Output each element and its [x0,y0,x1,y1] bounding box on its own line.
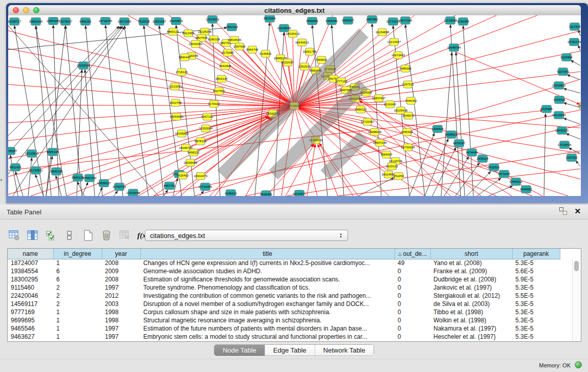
table-cell[interactable]: 2003 [102,300,140,308]
table-cell[interactable]: Disruption of a novel member of a sodium… [140,300,395,308]
table-cell[interactable]: Investigating the contribution of common… [140,292,395,300]
table-cell[interactable]: 5.3E-5 [512,333,560,341]
table-cell[interactable]: 0 [395,300,430,308]
table-cell[interactable]: 0 [395,283,430,292]
table-scrollbar-thumb[interactable] [574,261,579,271]
table-cell[interactable]: 5.3E-5 [512,259,560,267]
table-cell[interactable]: 2 [53,292,102,300]
table-cell[interactable]: 0 [395,267,430,275]
table-cell[interactable]: 9465546 [8,324,53,333]
tab-network-table[interactable]: Network Table [315,345,374,356]
close-button[interactable] [13,7,19,13]
table-cell[interactable]: 18724007 [8,259,53,267]
table-cell[interactable]: 0 [395,324,430,333]
tab-node-table[interactable]: Node Table [214,345,265,356]
table-cell[interactable]: 0 [395,316,430,324]
table-cell[interactable]: Tourette syndrome. Phenomenology and cla… [140,283,395,292]
table-cell[interactable]: 5.3E-5 [512,300,560,308]
tab-edge-table[interactable]: Edge Table [265,345,315,356]
table-cell[interactable]: 1 [53,333,102,341]
table-cell[interactable]: 18300295 [8,275,53,283]
table-mode-icon[interactable] [7,229,21,242]
table-cell[interactable]: 2 [53,300,102,308]
table-cell[interactable]: 5.9E-5 [512,275,560,283]
delete-column-icon[interactable] [99,229,113,242]
column-header-pagerank[interactable]: pagerank [512,249,560,259]
column-header-out_de[interactable]: △out_de... [395,249,430,259]
table-cell[interactable]: Genome-wide association studies in ADHD. [140,267,395,275]
table-cell[interactable]: Yano et al. (2008) [430,259,512,267]
table-cell[interactable]: Tibbo et al. (1998) [430,308,512,316]
table-cell[interactable]: 5.6E-5 [512,267,560,275]
table-row[interactable]: 946362711997Embryonic stem cells: a mode… [8,333,560,341]
table-cell[interactable]: Nakamura et al. (1997) [430,324,512,333]
table-cell[interactable]: 9699695 [8,316,53,324]
column-header-title[interactable]: title [140,249,395,259]
minimize-button[interactable] [23,7,29,13]
table-cell[interactable]: 2012 [102,292,140,300]
table-cell[interactable]: 22420046 [8,292,53,300]
table-cell[interactable]: 1997 [102,283,140,292]
table-row[interactable]: 1872400712008Changes of HCN gene express… [8,259,560,267]
table-cell[interactable]: 1997 [102,333,140,341]
table-cell[interactable]: Estimation of the future numbers of pati… [140,324,395,333]
table-row[interactable]: 977716911998Corpus callosum shape and si… [8,308,560,316]
table-cell[interactable]: 6 [53,267,102,275]
table-cell[interactable]: Changes of HCN gene expression and I(f) … [140,259,395,267]
window-resize-grip[interactable] [0,7,573,188]
float-panel-icon[interactable] [559,207,567,215]
table-cell[interactable]: Stergiakouli et al. (2012) [430,292,512,300]
table-cell[interactable]: 14569117 [8,300,53,308]
column-header-in_degree[interactable]: in_degree [53,249,102,259]
table-cell[interactable]: 1997 [102,324,140,333]
table-cell[interactable]: Franke et al. (2009) [430,267,512,275]
table-cell[interactable]: 0 [395,308,430,316]
table-cell[interactable]: 5.3E-5 [512,316,560,324]
black-edge[interactable] [578,45,580,51]
zoom-button[interactable] [33,7,39,13]
table-cell[interactable]: 49 [395,259,430,267]
table-row[interactable]: 2242004622012Investigating the contribut… [8,292,560,300]
panel-collapse-arrow[interactable]: ▸ [1,177,3,182]
black-edge[interactable] [164,190,168,196]
table-cell[interactable]: Hescheler et al. (1997) [430,333,512,341]
table-row[interactable]: 946554611997Estimation of the future num… [8,324,560,333]
table-scrollbar[interactable] [572,259,580,341]
memory-status-indicator[interactable] [575,361,582,368]
table-cell[interactable]: 5.5E-5 [512,292,560,300]
table-cell[interactable]: 2009 [102,267,140,275]
table-cell[interactable]: 2008 [102,259,140,267]
table-cell[interactable]: 0 [395,333,430,341]
table-row[interactable]: 1456911722003Disruption of a novel membe… [8,300,560,308]
row-check-icon[interactable] [44,229,58,242]
table-cell[interactable]: 1 [53,259,102,267]
table-cell[interactable]: 9115460 [8,283,53,292]
table-cell[interactable]: 5.3E-5 [512,283,560,292]
column-header-short[interactable]: short [430,249,512,259]
table-cell[interactable]: 1998 [102,316,140,324]
new-column-icon[interactable] [81,229,95,242]
table-cell[interactable]: 6 [53,275,102,283]
table-row[interactable]: 1830029562008Estimation of significance … [8,275,560,283]
column-header-year[interactable]: year [102,249,140,259]
table-cell[interactable]: 1998 [102,308,140,316]
table-cell[interactable]: 9777169 [8,308,53,316]
table-cell[interactable]: Corpus callosum shape and size in male p… [140,308,395,316]
table-cell[interactable]: Jankovic et al. (1997) [430,283,512,292]
table-cell[interactable]: 2008 [102,275,140,283]
table-row[interactable]: 1938455462009Genome-wide association stu… [8,267,560,275]
black-edge[interactable] [114,191,118,196]
table-row[interactable]: 969969511998Structural magnetic resonanc… [8,316,560,324]
show-columns-icon[interactable] [26,229,39,242]
table-cell[interactable]: Dudbridge et al. (2008) [430,275,512,283]
column-header-name[interactable]: name [8,249,53,259]
table-cell[interactable]: Structural magnetic resonance image aver… [140,316,395,324]
table-cell[interactable]: 9463627 [8,333,53,341]
rows-icon[interactable] [62,229,76,242]
black-edge[interactable] [576,161,580,166]
table-row[interactable]: 911546021997Tourette syndrome. Phenomeno… [8,283,560,292]
table-selector[interactable]: citations_edges.txt ▲▼ [145,230,348,241]
table-cell[interactable]: 0 [395,275,430,283]
table-cell[interactable]: 0 [395,292,430,300]
table-cell[interactable]: de Silva et al. (2003) [430,300,512,308]
